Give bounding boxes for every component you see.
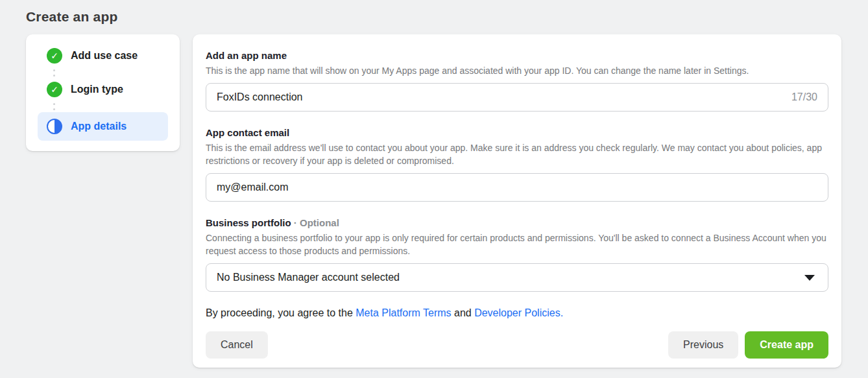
create-app-button[interactable]: Create app	[745, 331, 828, 359]
terms-text: By proceeding, you agree to the Meta Pla…	[206, 307, 828, 319]
business-portfolio-select[interactable]: No Business Manager account selected	[206, 263, 828, 292]
developer-policies-link[interactable]: Developer Policies.	[474, 307, 563, 318]
footer-actions: Cancel Previous Create app	[206, 331, 828, 359]
step-label: Login type	[71, 84, 123, 95]
optional-badge: Optional	[300, 217, 339, 228]
field-label: Add an app name	[206, 50, 828, 61]
half-circle-icon	[47, 119, 62, 134]
field-label: Business portfolio · Optional	[206, 217, 828, 228]
field-description: This is the app name that will show on y…	[206, 64, 828, 77]
business-portfolio-section: Business portfolio · Optional Connecting…	[206, 217, 828, 292]
contact-email-input[interactable]	[217, 182, 817, 193]
step-item-login-type[interactable]: ✓ Login type	[38, 78, 168, 100]
content-layout: ✓ Add use case ✓ Login type App details …	[0, 25, 868, 368]
char-counter: 17/30	[784, 91, 817, 103]
terms-middle: and	[452, 307, 475, 318]
connector-dots	[38, 67, 168, 78]
check-icon: ✓	[47, 48, 62, 64]
field-label: App contact email	[206, 127, 828, 138]
step-item-add-use-case[interactable]: ✓ Add use case	[38, 45, 168, 67]
terms-prefix: By proceeding, you agree to the	[206, 307, 356, 318]
meta-platform-terms-link[interactable]: Meta Platform Terms	[356, 307, 451, 318]
page-title: Create an app	[0, 0, 868, 25]
form-card: Add an app name This is the app name tha…	[193, 34, 841, 368]
step-label: App details	[71, 121, 127, 132]
field-description: This is the email address we'll use to c…	[206, 141, 828, 167]
separator-dot: ·	[291, 217, 300, 228]
field-description: Connecting a business portfolio to your …	[206, 231, 828, 257]
connector-dots	[38, 100, 168, 112]
previous-button[interactable]: Previous	[668, 331, 738, 359]
app-name-input-shell: 17/30	[206, 83, 828, 112]
contact-email-section: App contact email This is the email addr…	[206, 127, 828, 202]
business-portfolio-label: Business portfolio	[206, 217, 291, 228]
check-icon: ✓	[47, 82, 62, 97]
step-label: Add use case	[71, 50, 138, 62]
footer-right-group: Previous Create app	[668, 331, 828, 359]
contact-email-input-shell	[206, 173, 828, 202]
app-name-section: Add an app name This is the app name tha…	[206, 50, 828, 112]
chevron-down-icon	[804, 275, 815, 281]
stepper: ✓ Add use case ✓ Login type App details	[26, 34, 180, 151]
step-item-app-details[interactable]: App details	[38, 112, 168, 141]
app-name-input[interactable]	[217, 91, 784, 103]
cancel-button[interactable]: Cancel	[206, 331, 268, 359]
select-value: No Business Manager account selected	[217, 272, 400, 283]
